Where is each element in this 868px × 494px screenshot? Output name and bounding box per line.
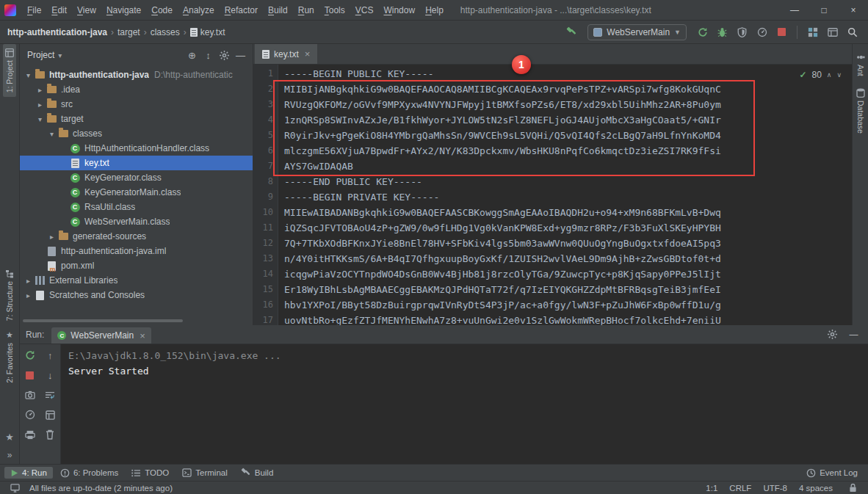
tree-item-external-libraries[interactable]: ▸External Libraries [20,273,253,288]
tree-item-key-txt[interactable]: key.txt [20,156,253,170]
breadcrumb-target[interactable]: target [117,27,140,37]
prev-problem-chevron-icon[interactable]: ∧ [827,68,832,83]
tool-stripe-button-2-favorites[interactable]: ★2: Favorites [3,325,16,388]
menu-refactor[interactable]: Refactor [220,2,263,18]
chevron-right-icon[interactable]: ▸ [35,86,46,94]
profiler-icon[interactable] [22,407,38,422]
menu-analyze[interactable]: Analyze [178,2,220,18]
locate-icon[interactable]: ⊕ [184,48,200,62]
tree-item-src[interactable]: ▸src [20,97,253,112]
wrap-icon[interactable] [42,388,58,402]
status-widget-utf-8[interactable]: UTF-8 [763,484,787,493]
maximize-icon[interactable]: □ [809,0,839,21]
close-icon[interactable]: × [140,330,145,341]
breadcrumb-http-authentication-java[interactable]: http-authentication-java [7,27,107,37]
project-panel-title[interactable]: Project [27,50,54,60]
toolwindow-button-event-log[interactable]: Event Log [800,467,864,479]
menu-tools[interactable]: Tools [319,2,350,18]
close-icon[interactable]: × [839,0,868,21]
build-hammer-icon[interactable] [563,24,580,40]
menu-build[interactable]: Build [263,2,293,18]
layout-icon[interactable] [824,24,841,40]
chevron-right-icon[interactable]: ▸ [46,233,57,241]
toolwindow-button-todo[interactable]: TODO [126,467,175,479]
star-icon[interactable]: ★ [5,432,14,443]
stop-icon[interactable] [22,368,38,382]
menu-navigate[interactable]: Navigate [101,2,146,18]
down-icon[interactable]: ↓ [42,368,58,382]
toolwindow-button-build[interactable]: Build [235,466,280,479]
menu-file[interactable]: File [22,2,46,18]
toolwindow-button-4-run[interactable]: 4: Run [4,467,53,479]
chevron-down-icon[interactable]: ▾ [46,130,57,138]
toolwindow-button-6-problems[interactable]: 6: Problems [54,467,124,479]
settings-icon[interactable] [824,327,841,343]
camera-icon[interactable] [22,388,38,402]
next-problem-chevron-icon[interactable]: ∨ [836,68,842,83]
chevron-down-icon[interactable]: ▾ [23,71,34,79]
horizontal-scrollbar[interactable] [23,319,183,322]
console-output[interactable]: E:\Java\jdk1.8.0_152\bin\java.exe ...Ser… [61,344,868,464]
run-tab-webservermain[interactable]: C WebServerMain × [51,327,151,344]
tool-stripe-button-7-structure[interactable]: 7: Structure [3,265,16,325]
breadcrumb-classes[interactable]: classes [151,27,180,37]
run-config-selector[interactable]: WebServerMain▼ [587,24,687,40]
close-icon[interactable]: × [305,48,311,59]
breadcrumb-key-txt[interactable]: key.txt [190,27,225,37]
menu-code[interactable]: Code [146,2,178,18]
profiler-icon[interactable] [753,24,770,40]
status-widget-1-1[interactable]: 1:1 [706,484,717,493]
tool-stripe-button-ant[interactable]: Ant [854,48,867,81]
chevron-right-icon[interactable]: ▸ [23,291,34,299]
monitor-icon[interactable] [7,480,23,494]
chevron-down-icon[interactable]: ▾ [58,51,62,59]
run-icon[interactable] [694,24,711,40]
structure-nav-icon[interactable] [804,24,821,40]
chevron-right-icon[interactable]: ▸ [23,277,34,285]
more-icon[interactable]: » [7,450,12,460]
minimize-icon[interactable]: — [780,0,809,21]
tree-item-httpauthenticationhandler-class[interactable]: CHttpAuthenticationHandler.class [20,141,253,156]
print-icon[interactable] [22,427,38,442]
tool-stripe-button-1-project[interactable]: 1: Project [3,44,16,97]
inspections-widget[interactable]: ✓ 80 ∧ ∨ [799,68,842,83]
menu-help[interactable]: Help [420,2,449,18]
expand-collapse-icon[interactable]: ↕ [200,48,216,62]
restore-icon[interactable] [42,407,58,422]
stop-icon[interactable] [773,24,790,40]
up-icon[interactable]: ↑ [42,348,58,363]
tree-item-pom-xml[interactable]: pom.xml [20,258,253,273]
tree-item-webservermain-class[interactable]: CWebServerMain.class [20,214,253,229]
hide-icon[interactable]: — [845,327,862,343]
settings-icon[interactable] [217,48,232,62]
coverage-icon[interactable] [734,24,751,40]
chevron-right-icon[interactable]: ▸ [35,101,46,109]
search-icon[interactable] [844,24,861,40]
debug-icon[interactable] [714,24,731,40]
editor-tab-keytxt[interactable]: key.txt × [255,44,317,64]
tree-item-classes[interactable]: ▾classes [20,126,253,141]
menu-window[interactable]: Window [378,2,420,18]
lock-icon[interactable] [845,480,861,494]
hide-icon[interactable]: — [233,48,248,62]
menu-run[interactable]: Run [293,2,319,18]
tree-item-keygeneratormain-class[interactable]: CKeyGeneratorMain.class [20,185,253,200]
menu-vcs[interactable]: VCS [350,2,379,18]
editor[interactable]: 1-----BEGIN PUBLIC KEY-----2MIIBIjANBgkq… [253,65,852,325]
tree-item-idea[interactable]: ▸.idea [20,82,253,97]
clear-icon[interactable] [42,427,58,442]
tree-item-generated-sources[interactable]: ▸generated-sources [20,229,253,244]
tree-item-scratches-and-consoles[interactable]: ▸Scratches and Consoles [20,288,253,302]
tree-item-http-authentication-java-iml[interactable]: http-authentication-java.iml [20,244,253,258]
menu-edit[interactable]: Edit [46,2,72,18]
menu-view[interactable]: View [72,2,101,18]
tree-item-keygenerator-class[interactable]: CKeyGenerator.class [20,170,253,185]
tree-item-target[interactable]: ▾target [20,112,253,126]
tool-stripe-button-database[interactable]: Database [854,84,867,138]
toolwindow-button-terminal[interactable]: Terminal [176,467,233,479]
chevron-down-icon[interactable]: ▾ [35,115,46,123]
tree-item-rsautil-class[interactable]: CRsaUtil.class [20,200,253,214]
status-widget-crlf[interactable]: CRLF [729,484,751,493]
rerun-icon[interactable] [22,348,38,363]
tree-item-http-authentication-java[interactable]: ▾http-authentication-javaD:\http-authent… [20,68,253,82]
